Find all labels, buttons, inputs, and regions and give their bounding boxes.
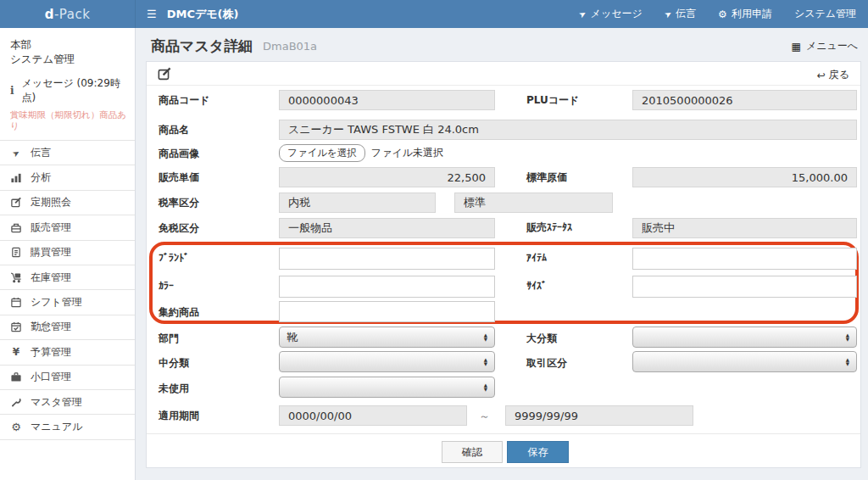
- cogs-icon: ⚙: [10, 421, 22, 433]
- grid-icon: ▦: [792, 41, 801, 53]
- period-separator: ～: [479, 409, 490, 424]
- apply-period-to-input[interactable]: [505, 405, 693, 426]
- org-info: 本部 システム管理: [0, 28, 135, 70]
- product-code-input[interactable]: [279, 90, 495, 110]
- confirm-button[interactable]: 確認: [442, 441, 503, 463]
- unit-price-input[interactable]: [279, 167, 495, 187]
- info-icon: i: [10, 85, 14, 97]
- menu-link[interactable]: ▦メニューへ: [792, 39, 858, 53]
- nav-item-usage-application[interactable]: ⚙利用申請: [718, 7, 772, 21]
- main-content: 商品マスタ詳細 DmaB01a ▦メニューへ ↩戻る 商品コード PLUコード …: [136, 28, 868, 480]
- select-stepper-icon: ▲▼: [846, 358, 849, 366]
- document-icon: [10, 247, 22, 258]
- aggregate-product-input[interactable]: [279, 301, 495, 322]
- sales-status-input[interactable]: [632, 218, 857, 238]
- tax-free-type-label: 免税区分: [159, 221, 199, 236]
- page-header: 商品マスタ詳細 DmaB01a ▦メニューへ: [136, 28, 868, 61]
- major-category-select[interactable]: ▲▼: [632, 327, 857, 348]
- sidebar-item-purchase-management[interactable]: 購買管理: [0, 241, 135, 265]
- color-input[interactable]: [279, 276, 495, 298]
- department-select[interactable]: 靴▲▼: [279, 327, 495, 348]
- pencil-square-icon: [10, 197, 22, 208]
- back-link[interactable]: ↩戻る: [817, 68, 849, 82]
- sidebar-item-label: 小口管理: [31, 370, 71, 384]
- apply-period-from-input[interactable]: [279, 405, 467, 426]
- tax-rate-input[interactable]: [454, 193, 613, 213]
- sidebar-item-label: 伝言: [31, 146, 51, 160]
- plu-code-input[interactable]: [632, 90, 857, 110]
- select-stepper-icon: ▲▼: [484, 358, 487, 366]
- select-stepper-icon: ▲▼: [484, 383, 487, 391]
- screen-id: DmaB01a: [263, 40, 317, 53]
- size-input[interactable]: [632, 276, 857, 298]
- card-toolbar: ↩戻る: [147, 62, 860, 86]
- transaction-type-label: 取引区分: [526, 356, 567, 371]
- sidebar-item-label: マスタ管理: [31, 395, 82, 410]
- standard-cost-label: 標準原価: [526, 170, 567, 185]
- unused-select[interactable]: ▲▼: [279, 377, 495, 398]
- dolly-icon: [10, 272, 22, 283]
- product-code-label: 商品コード: [159, 93, 210, 108]
- org-role: システム管理: [10, 52, 125, 66]
- expiry-alert: 賞味期限（期限切れ）商品あり: [10, 109, 126, 131]
- item-input[interactable]: [632, 248, 857, 270]
- sidebar-item-master-management[interactable]: マスタ管理: [0, 390, 135, 415]
- plu-code-label: PLUコード: [526, 93, 579, 108]
- tax-type-label: 税率区分: [159, 196, 199, 210]
- footer-divider: [147, 433, 860, 434]
- sidebar-item-shift-management[interactable]: シフト管理: [0, 290, 135, 315]
- file-select-button[interactable]: ファイルを選択: [279, 144, 365, 162]
- nav-item-system-admin[interactable]: システム管理: [794, 7, 856, 21]
- select-stepper-icon: ▲▼: [484, 333, 487, 341]
- wrench-icon: [10, 397, 22, 408]
- org-name: 本部: [10, 37, 125, 52]
- nav-item-label: システム管理: [794, 7, 856, 21]
- brand-input[interactable]: [279, 248, 495, 270]
- sidebar-item-memo[interactable]: ➤伝言: [0, 141, 135, 165]
- tax-type-input[interactable]: [279, 193, 436, 213]
- middle-category-select[interactable]: ▲▼: [279, 351, 495, 372]
- menu-icon[interactable]: ☰: [147, 8, 157, 20]
- company-name: DMCデモ(株): [167, 7, 239, 22]
- sidebar-item-messages[interactable]: iメッセージ (09:29時点) 賞味期限（期限切れ）商品あり: [0, 70, 135, 141]
- sidebar-item-sales-management[interactable]: 販売管理: [0, 215, 135, 240]
- size-label: ｻｲｽﾞ: [526, 280, 547, 292]
- select-stepper-icon: ▲▼: [846, 333, 849, 341]
- transaction-type-select[interactable]: ▲▼: [632, 351, 857, 372]
- tax-free-type-input[interactable]: [279, 218, 495, 238]
- paper-plane-icon: ➤: [577, 8, 588, 20]
- navbar-menu: ➤メッセージ ➤伝言 ⚙利用申請 システム管理: [579, 7, 868, 21]
- department-value: 靴: [287, 330, 298, 345]
- gear-icon: ⚙: [718, 8, 727, 20]
- major-category-label: 大分類: [526, 332, 557, 346]
- sales-status-label: 販売ｽﾃｰﾀｽ: [526, 220, 572, 235]
- brand-logo[interactable]: d-Pack: [0, 0, 136, 28]
- bar-chart-icon: [10, 172, 22, 183]
- standard-cost-input[interactable]: [632, 167, 857, 187]
- nav-item-memo[interactable]: ➤伝言: [665, 7, 696, 21]
- sidebar-item-attendance-management[interactable]: 勤怠管理: [0, 315, 135, 340]
- brand-bold: d: [45, 7, 54, 22]
- briefcase-icon: [10, 371, 22, 382]
- save-button[interactable]: 保存: [507, 441, 569, 463]
- item-label: ｱｲﾃﾑ: [526, 252, 547, 264]
- unit-price-label: 販売単価: [159, 170, 199, 185]
- department-label: 部門: [159, 332, 179, 346]
- back-arrow-icon: ↩: [817, 70, 826, 81]
- aggregate-product-label: 集約商品: [159, 305, 199, 320]
- nav-item-messages[interactable]: ➤メッセージ: [579, 7, 643, 21]
- product-name-input[interactable]: [279, 120, 857, 140]
- sidebar-item-petty-cash-management[interactable]: 小口管理: [0, 366, 135, 390]
- message-label: メッセージ (09:29時点): [22, 76, 126, 105]
- sidebar: 本部 システム管理 iメッセージ (09:29時点) 賞味期限（期限切れ）商品あ…: [0, 28, 136, 480]
- sidebar-item-manual[interactable]: ⚙マニュアル: [0, 415, 135, 439]
- sidebar-item-periodic-inquiry[interactable]: 定期照会: [0, 191, 135, 215]
- sidebar-item-label: 定期照会: [31, 195, 71, 209]
- nav-item-label: メッセージ: [591, 7, 643, 21]
- sidebar-item-inventory-management[interactable]: 在庫管理: [0, 265, 135, 290]
- sidebar-item-budget-management[interactable]: ¥予算管理: [0, 340, 135, 365]
- yen-icon: ¥: [10, 346, 22, 358]
- sidebar-item-analysis[interactable]: 分析: [0, 165, 135, 190]
- edit-icon[interactable]: [158, 67, 171, 81]
- nav-item-label: 伝言: [676, 7, 696, 21]
